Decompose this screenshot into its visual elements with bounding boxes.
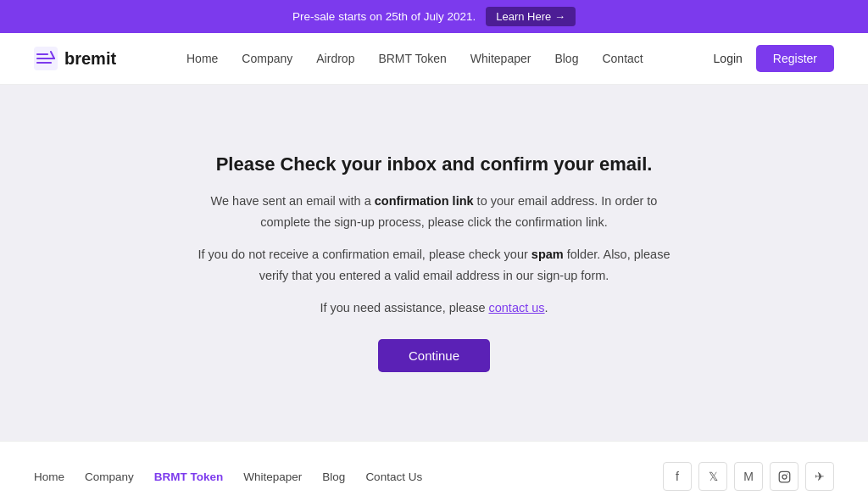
footer-link-blog[interactable]: Blog	[322, 470, 345, 483]
para3-start: If you need assistance, please	[320, 301, 488, 315]
para2-bold: spam	[531, 248, 564, 261]
paragraph-3: If you need assistance, please contact u…	[197, 298, 671, 319]
login-button[interactable]: Login	[714, 52, 743, 65]
nav-actions: Login Register	[714, 45, 834, 72]
twitter-icon[interactable]: 𝕏	[698, 462, 727, 491]
footer: Home Company BRMT Token Whitepaper Blog …	[0, 441, 868, 501]
contact-us-link[interactable]: contact us	[488, 301, 544, 315]
navbar: bremit Home Company Airdrop BRMT Token W…	[0, 33, 868, 85]
para2-start: If you do not receive a confirmation ema…	[198, 248, 531, 261]
footer-socials: f 𝕏 M ✈	[663, 462, 834, 491]
register-button[interactable]: Register	[756, 45, 834, 72]
footer-top: Home Company BRMT Token Whitepaper Blog …	[34, 462, 834, 491]
main-heading: Please Check your inbox and confirm your…	[197, 153, 671, 175]
svg-rect-5	[779, 471, 790, 482]
para1-bold: confirmation link	[375, 194, 474, 208]
paragraph-1: We have sent an email with a confirmatio…	[197, 191, 671, 232]
paragraph-2: If you do not receive a confirmation ema…	[197, 244, 671, 286]
footer-link-company[interactable]: Company	[85, 470, 134, 483]
instagram-icon[interactable]	[770, 462, 798, 491]
footer-links: Home Company BRMT Token Whitepaper Blog …	[34, 470, 422, 483]
footer-link-whitepaper[interactable]: Whitepaper	[243, 470, 302, 483]
banner-text: Pre-sale starts on 25th of July 2021.	[292, 10, 476, 23]
nav-whitepaper[interactable]: Whitepaper	[470, 52, 531, 65]
content-box: Please Check your inbox and confirm your…	[197, 153, 671, 372]
nav-home[interactable]: Home	[186, 52, 218, 65]
nav-company[interactable]: Company	[242, 52, 292, 65]
banner-cta[interactable]: Learn Here →	[486, 7, 576, 26]
logo-text: bremit	[64, 49, 116, 69]
footer-link-contact[interactable]: Contact Us	[365, 470, 422, 483]
svg-point-6	[782, 475, 787, 479]
facebook-icon[interactable]: f	[663, 462, 692, 491]
footer-link-home[interactable]: Home	[34, 470, 64, 483]
nav-brmt-token[interactable]: BRMT Token	[378, 52, 446, 65]
nav-links: Home Company Airdrop BRMT Token Whitepap…	[186, 52, 643, 65]
top-banner: Pre-sale starts on 25th of July 2021. Le…	[0, 0, 868, 33]
para3-end: .	[545, 301, 548, 315]
para1-start: We have sent an email with a	[211, 194, 375, 208]
medium-icon[interactable]: M	[734, 462, 763, 491]
nav-blog[interactable]: Blog	[554, 52, 578, 65]
logo-icon	[34, 47, 58, 70]
telegram-icon[interactable]: ✈	[805, 462, 834, 491]
nav-airdrop[interactable]: Airdrop	[316, 52, 354, 65]
continue-button[interactable]: Continue	[378, 339, 490, 372]
svg-point-7	[787, 473, 787, 474]
nav-contact[interactable]: Contact	[602, 52, 643, 65]
footer-link-brmt[interactable]: BRMT Token	[154, 470, 224, 483]
main-content: Please Check your inbox and confirm your…	[0, 85, 868, 441]
logo[interactable]: bremit	[34, 47, 116, 70]
